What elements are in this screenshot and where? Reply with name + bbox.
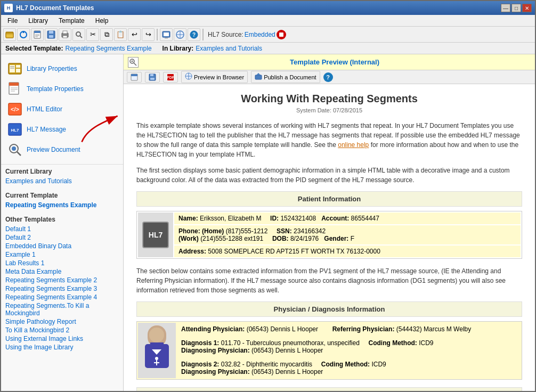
svg-rect-27 xyxy=(16,65,20,68)
nav-preview-document[interactable]: Preview Document xyxy=(3,140,121,160)
publish-icon xyxy=(255,72,262,81)
svg-rect-58 xyxy=(255,75,262,79)
other-template-rep-seg-3[interactable]: Repeating Segments Example 3 xyxy=(5,284,119,293)
tb-cut-icon[interactable]: ✂ xyxy=(86,28,99,41)
ssn-label: SSN: xyxy=(277,227,292,235)
physician-info-table: Attending Physician: (06543) Dennis L Ho… xyxy=(136,321,522,380)
menu-help[interactable]: Help xyxy=(91,16,113,26)
diagnosis1-label: Diagnosis 1: xyxy=(181,339,219,347)
current-template-link[interactable]: Repeating Segments Example xyxy=(5,201,119,209)
coding2-value: ICD9 xyxy=(371,361,386,368)
nav-template-properties-label: Template Properties xyxy=(27,85,84,93)
app-icon: H xyxy=(4,4,13,12)
tb-save-icon[interactable] xyxy=(45,28,58,41)
other-template-embedded-binary[interactable]: Embedded Binary Data xyxy=(5,242,119,250)
svg-rect-9 xyxy=(49,31,53,34)
ssn-value: 234166342 xyxy=(294,227,326,235)
attending-label: Attending Physician: xyxy=(181,325,245,333)
tb-refresh-icon[interactable] xyxy=(17,28,30,41)
diagnosis2-value: 032.82 - Diphtheritic myocarditis xyxy=(221,361,312,368)
coding2-label: Coding Method: xyxy=(321,361,370,368)
current-library-title: Current Library xyxy=(5,168,119,175)
nav-html-editor[interactable]: </> HTML Editor xyxy=(3,99,121,119)
ptb-image-btn[interactable] xyxy=(127,72,142,83)
svg-rect-63 xyxy=(150,342,164,350)
svg-text:HL7: HL7 xyxy=(11,128,19,133)
nav-html-editor-label: HTML Editor xyxy=(27,105,62,113)
selected-template-value[interactable]: Repeating Segments Example xyxy=(65,45,151,52)
doc-para-1: This example template shows several inst… xyxy=(136,121,522,159)
other-template-default1[interactable]: Default 1 xyxy=(5,225,119,233)
main-area: Library Properties Template Properties xyxy=(1,54,535,391)
minimize-button[interactable]: — xyxy=(501,4,510,12)
name-value: Eriksson, Elizabeth M xyxy=(200,215,261,222)
nav-template-properties[interactable]: Template Properties xyxy=(3,79,121,99)
name-label: Name: xyxy=(178,215,198,222)
current-library-link[interactable]: Examples and Tutorials xyxy=(5,177,119,185)
svg-rect-18 xyxy=(165,38,168,38)
menu-template[interactable]: Template xyxy=(54,16,89,26)
other-template-meta-data[interactable]: Meta Data Example xyxy=(5,267,119,276)
sidebar-other-templates: Other Templates Default 1 Default 2 Embe… xyxy=(1,213,123,355)
other-template-rep-seg-2[interactable]: Repeating Segments Example 2 xyxy=(5,276,119,284)
other-template-mockingbird2[interactable]: To Kill a Mockingbird 2 xyxy=(5,326,119,334)
menu-library[interactable]: Library xyxy=(24,16,52,26)
dob-label: DOB: xyxy=(272,235,289,242)
ptb-preview-browser-btn[interactable]: Preview in Browser xyxy=(181,71,248,83)
tb-paste-icon[interactable]: 📋 xyxy=(114,28,127,41)
attending-value: (06543) Dennis L Hooper xyxy=(247,325,318,333)
address-label: Address: xyxy=(178,248,206,255)
tb-find-icon[interactable] xyxy=(72,28,85,41)
toolbar: ✂ ⧉ 📋 ↩ ↪ ? HL7 Source: Embedded xyxy=(1,27,535,43)
hl7-logo: HL7 xyxy=(142,222,169,248)
other-template-lab-results[interactable]: Lab Results 1 xyxy=(5,259,119,267)
other-template-rep-seg-4[interactable]: Repeating Segments Example 4 xyxy=(5,293,119,301)
ptb-publish-btn[interactable]: Publish a Document xyxy=(251,71,320,83)
menu-file[interactable]: File xyxy=(3,16,22,26)
in-library-label: In Library: xyxy=(163,45,194,52)
other-template-default2[interactable]: Default 2 xyxy=(5,233,119,242)
other-template-external-image[interactable]: Using External Image Links xyxy=(5,334,119,343)
menu-bar: File Library Template Help xyxy=(1,15,535,27)
tb-undo-icon[interactable]: ↩ xyxy=(128,28,141,41)
other-template-rep-seg-mockingbird[interactable]: Repeating Segments.To Kill a Mockingbird xyxy=(5,301,119,317)
svg-text:PDF: PDF xyxy=(167,76,174,79)
title-bar: H HL7 Document Templates — □ ✕ xyxy=(1,1,535,15)
nav-library-properties[interactable]: Library Properties xyxy=(3,59,121,79)
tb-copy-icon[interactable]: ⧉ xyxy=(100,28,113,41)
patient-info-table: HL7 Name: Eriksson, Elizabeth M ID: 1524… xyxy=(136,211,522,259)
doc-para-3: The section below contains some extracte… xyxy=(136,266,522,295)
tb-print-icon[interactable] xyxy=(59,28,71,41)
hl7-source-value[interactable]: Embedded xyxy=(245,31,275,38)
tb-template-icon[interactable] xyxy=(31,28,44,41)
doc-title: Working With Repeating Segments xyxy=(136,93,522,105)
other-template-example1[interactable]: Example 1 xyxy=(5,250,119,259)
doc-system-date: System Date: 07/28/2015 xyxy=(136,107,522,113)
coding1-label: Coding Method: xyxy=(369,339,417,347)
tb-preview-icon[interactable] xyxy=(160,28,173,41)
sidebar-current-template: Current Template Repeating Segments Exam… xyxy=(1,189,123,213)
ptb-pdf-btn[interactable]: PDF xyxy=(163,72,178,83)
other-template-image-library[interactable]: Using the Image Library xyxy=(5,343,119,352)
tb-open-library-icon[interactable] xyxy=(3,28,16,41)
preview-browser-label: Preview in Browser xyxy=(194,74,244,80)
maximize-button[interactable]: □ xyxy=(511,4,521,12)
tb-redo-icon[interactable]: ↪ xyxy=(142,28,155,41)
tb-browser-icon[interactable] xyxy=(174,28,186,41)
svg-point-62 xyxy=(149,328,164,342)
other-template-pathology[interactable]: Simple Pathology Report xyxy=(5,317,119,326)
online-help-link[interactable]: online help xyxy=(338,141,369,149)
doctor-image xyxy=(142,325,172,368)
tb-help-icon[interactable]: ? xyxy=(188,28,200,41)
tb-stop-icon[interactable] xyxy=(277,30,286,39)
svg-point-14 xyxy=(76,32,80,36)
referring-value: (544432) Marcus M Welby xyxy=(396,325,472,333)
nav-hl7-message[interactable]: HL7 HL7 Message xyxy=(3,119,121,140)
zoom-icon[interactable] xyxy=(128,57,139,68)
gender-value: F xyxy=(351,235,354,242)
in-library-value[interactable]: Examples and Tutorials xyxy=(196,45,262,52)
svg-rect-28 xyxy=(16,69,20,72)
help-button[interactable]: ? xyxy=(323,72,333,82)
close-button[interactable]: ✕ xyxy=(522,4,532,12)
ptb-save-btn[interactable] xyxy=(145,72,160,83)
